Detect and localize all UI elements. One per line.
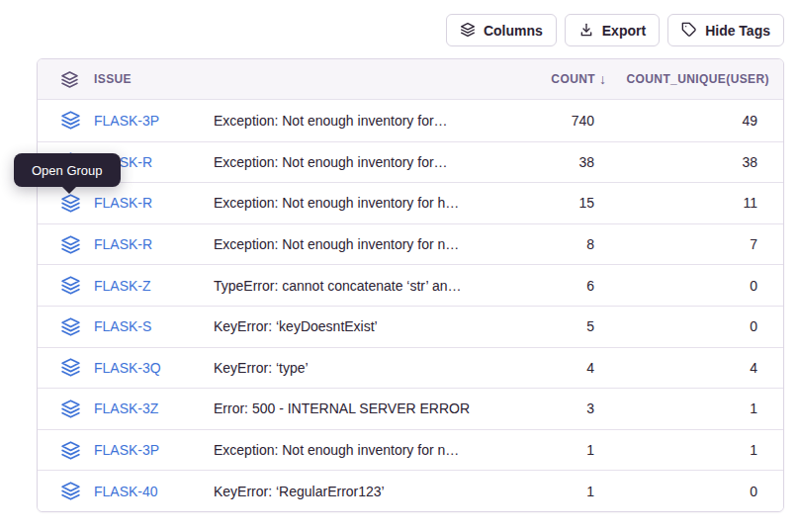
download-icon <box>578 22 594 40</box>
tooltip-open-group: Open Group <box>14 153 121 187</box>
count-unique-value: 0 <box>610 278 783 294</box>
open-group-stack-icon[interactable] <box>60 316 81 337</box>
header-count-unique[interactable]: COUNT_UNIQUE(USER) <box>610 72 783 86</box>
open-group-stack-icon[interactable] <box>60 481 81 501</box>
count-unique-value: 38 <box>610 154 783 170</box>
table-header: ISSUE COUNT ↓ COUNT_UNIQUE(USER) <box>38 59 783 100</box>
issue-link[interactable]: FLASK-3P <box>94 113 159 129</box>
open-group-stack-icon[interactable] <box>60 357 81 378</box>
table-row: FLASK-Z TypeError: cannot concatenate ‘s… <box>38 264 783 306</box>
count-value: 5 <box>491 318 610 334</box>
layers-icon <box>460 22 476 40</box>
table-row: FLASK-R Exception: Not enough inventory … <box>38 182 783 223</box>
count-value: 38 <box>491 154 610 170</box>
toolbar: Columns Export Hide Tags <box>446 14 784 46</box>
count-unique-value: 0 <box>610 318 783 334</box>
table-row: FLASK-R Exception: Not enough inventory … <box>38 141 783 183</box>
open-group-stack-icon[interactable] <box>60 193 81 214</box>
issue-link[interactable]: FLASK-3Q <box>94 360 161 376</box>
issue-title: Exception: Not enough inventory for… <box>214 154 491 170</box>
open-group-stack-icon[interactable] <box>60 440 81 461</box>
results-table: ISSUE COUNT ↓ COUNT_UNIQUE(USER) FLASK-3… <box>37 58 784 512</box>
count-unique-value: 1 <box>610 442 783 458</box>
hide-tags-button[interactable]: Hide Tags <box>667 14 784 46</box>
count-unique-value: 4 <box>610 360 783 376</box>
issue-title: KeyError: ‘keyDoesntExist’ <box>214 318 491 334</box>
columns-button[interactable]: Columns <box>446 14 557 46</box>
issue-title: Exception: Not enough inventory for… <box>214 113 491 129</box>
count-value: 4 <box>491 360 610 376</box>
issue-title: TypeError: cannot concatenate ‘str’ an… <box>214 278 491 294</box>
open-group-stack-icon[interactable] <box>60 234 81 255</box>
issue-link[interactable]: FLASK-R <box>94 236 152 252</box>
table-row: FLASK-R Exception: Not enough inventory … <box>38 223 783 265</box>
table-body: FLASK-3P Exception: Not enough inventory… <box>38 100 783 511</box>
count-unique-value: 7 <box>610 236 783 252</box>
issue-title: KeyError: ‘type’ <box>214 360 491 376</box>
issue-link[interactable]: FLASK-S <box>94 318 151 334</box>
table-row: FLASK-3Q KeyError: ‘type’ 4 4 <box>38 347 783 389</box>
issue-link[interactable]: FLASK-40 <box>94 484 158 499</box>
issue-title: Exception: Not enough inventory for n… <box>214 442 491 458</box>
export-button[interactable]: Export <box>565 14 660 46</box>
columns-button-label: Columns <box>484 24 543 38</box>
count-value: 1 <box>491 484 610 499</box>
issue-title: KeyError: ‘RegularError123’ <box>214 484 491 499</box>
table-row: FLASK-40 KeyError: ‘RegularError123’ 1 0 <box>38 470 783 511</box>
header-stack-icon <box>38 70 94 89</box>
tooltip-caret <box>61 186 77 194</box>
count-unique-value: 1 <box>610 400 783 416</box>
tooltip-text: Open Group <box>32 163 103 178</box>
header-issue[interactable]: ISSUE <box>94 72 214 86</box>
count-value: 3 <box>491 400 610 416</box>
count-value: 8 <box>491 236 610 252</box>
table-row: FLASK-S KeyError: ‘keyDoesntExist’ 5 0 <box>38 306 783 347</box>
table-row: FLASK-3P Exception: Not enough inventory… <box>38 100 783 141</box>
issue-title: Exception: Not enough inventory for h… <box>214 195 491 211</box>
header-count[interactable]: COUNT ↓ <box>491 71 610 87</box>
issue-link[interactable]: FLASK-Z <box>94 278 151 294</box>
export-button-label: Export <box>602 24 646 38</box>
issue-title: Error: 500 - INTERNAL SERVER ERROR <box>214 400 491 416</box>
count-value: 1 <box>491 442 610 458</box>
open-group-stack-icon[interactable] <box>60 275 81 296</box>
count-value: 740 <box>491 113 610 129</box>
count-unique-value: 0 <box>610 484 783 499</box>
sort-desc-icon: ↓ <box>599 71 606 87</box>
page: Columns Export Hide Tags ISSUE COUNT ↓ C… <box>0 0 798 532</box>
open-group-stack-icon[interactable] <box>60 399 81 419</box>
tag-icon <box>681 22 697 40</box>
table-row: FLASK-3P Exception: Not enough inventory… <box>38 429 783 471</box>
count-unique-value: 49 <box>610 113 783 129</box>
count-value: 6 <box>491 278 610 294</box>
hide-tags-button-label: Hide Tags <box>705 24 770 38</box>
table-row: FLASK-3Z Error: 500 - INTERNAL SERVER ER… <box>38 388 783 429</box>
header-count-label: COUNT <box>551 72 595 86</box>
open-group-stack-icon[interactable] <box>60 110 81 131</box>
issue-link[interactable]: FLASK-3P <box>94 442 159 458</box>
issue-title: Exception: Not enough inventory for n… <box>214 236 491 252</box>
issue-link[interactable]: FLASK-R <box>94 195 152 211</box>
count-value: 15 <box>491 195 610 211</box>
count-unique-value: 11 <box>610 195 783 211</box>
issue-link[interactable]: FLASK-3Z <box>94 400 158 416</box>
